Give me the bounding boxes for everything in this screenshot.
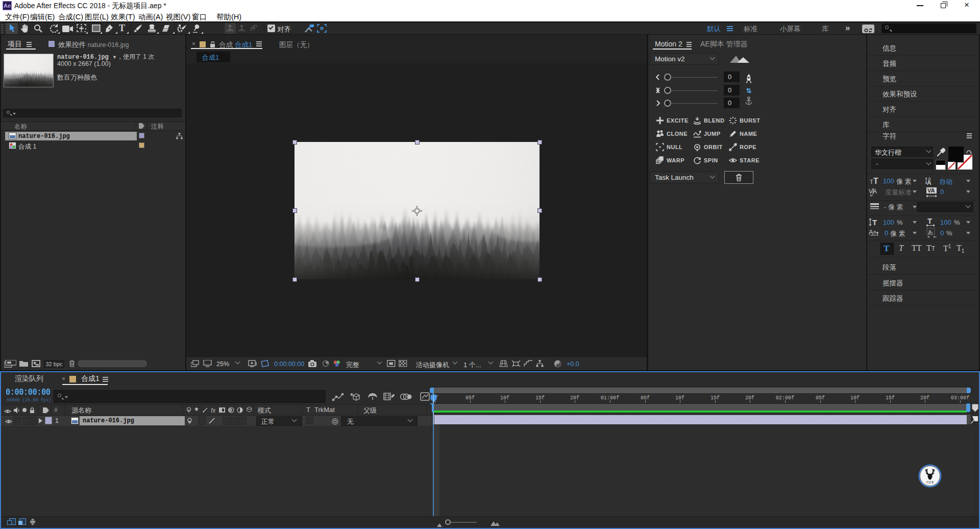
svg-text:行走者: 行走者 <box>926 480 934 484</box>
svg-text:V: V <box>869 188 873 195</box>
svg-text:A: A <box>869 228 873 236</box>
svg-text:T: T <box>872 218 877 227</box>
svg-text:A: A <box>927 179 932 186</box>
svg-text:a: a <box>873 229 876 234</box>
svg-text:あ: あ <box>928 229 933 235</box>
svg-text:VA: VA <box>927 187 935 194</box>
svg-text:T: T <box>870 179 873 185</box>
svg-text:fx: fx <box>211 407 216 414</box>
svg-text:T: T <box>873 177 878 185</box>
svg-text:T: T <box>927 218 932 225</box>
